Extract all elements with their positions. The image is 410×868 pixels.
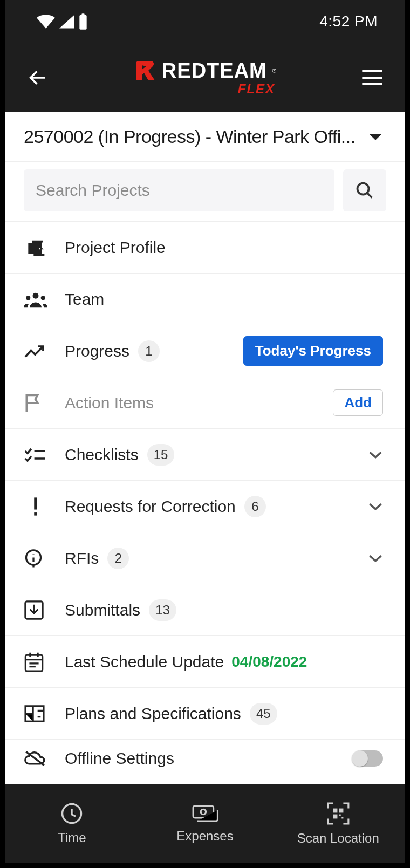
action-items-label: Action Items <box>65 394 154 412</box>
submittals-label: Submittals <box>65 601 140 619</box>
qr-scan-icon <box>326 802 350 825</box>
row-progress[interactable]: Progress 1 Today's Progress <box>5 325 405 377</box>
project-title: 2570002 (In Progress) - Winter Park Offi… <box>24 126 356 147</box>
flag-icon <box>24 393 42 413</box>
download-tray-icon <box>24 600 44 620</box>
row-checklists[interactable]: Checklists 15 <box>5 429 405 481</box>
search-input[interactable] <box>24 169 334 211</box>
svg-rect-15 <box>333 808 337 812</box>
row-requests-for-correction[interactable]: Requests for Correction 6 <box>5 481 405 532</box>
svg-point-2 <box>358 183 369 195</box>
battery-icon <box>79 13 87 30</box>
app-bar: REDTEAM® FLEX <box>5 43 405 112</box>
svg-point-5 <box>41 296 45 300</box>
logo-tm: ® <box>272 68 276 74</box>
back-button[interactable] <box>25 65 51 91</box>
status-bar: 4:52 PM <box>5 0 405 43</box>
submittals-badge: 13 <box>149 599 176 621</box>
project-profile-label: Project Profile <box>65 238 166 257</box>
plans-badge: 45 <box>250 703 277 725</box>
priority-icon <box>33 497 38 516</box>
svg-rect-18 <box>339 814 340 816</box>
nav-scan-location[interactable]: Scan Location <box>271 802 405 846</box>
menu-button[interactable] <box>359 65 385 91</box>
svg-rect-0 <box>79 15 86 30</box>
hamburger-icon <box>361 69 383 86</box>
chevron-down-icon <box>368 450 383 460</box>
row-rfis[interactable]: RFIs 2 <box>5 532 405 584</box>
app-logo: REDTEAM® FLEX <box>62 59 348 97</box>
svg-point-3 <box>33 292 39 298</box>
bottom-nav: Time Expenses Scan Location <box>5 784 405 863</box>
svg-rect-17 <box>333 814 337 818</box>
schedule-date: 04/08/2022 <box>231 653 307 671</box>
row-plans-and-specifications[interactable]: Plans and Specifications 45 <box>5 688 405 740</box>
blueprint-icon <box>24 705 45 723</box>
calendar-icon <box>24 651 44 673</box>
row-last-schedule-update[interactable]: Last Schedule Update 04/08/2022 <box>5 636 405 688</box>
logo-sub-text: FLEX <box>238 81 275 97</box>
row-team[interactable]: Team <box>5 274 405 325</box>
search-row <box>5 162 405 222</box>
nav-time[interactable]: Time <box>5 802 139 845</box>
logo-brand-text: REDTEAM <box>162 59 267 83</box>
arrow-left-icon <box>27 67 49 88</box>
add-action-item-button[interactable]: Add <box>333 389 383 416</box>
plans-label: Plans and Specifications <box>65 705 241 723</box>
svg-rect-6 <box>34 497 37 509</box>
row-offline-settings[interactable]: Offline Settings <box>5 740 405 777</box>
info-icon <box>24 549 43 568</box>
nav-time-label: Time <box>58 830 86 845</box>
dropdown-icon <box>368 132 383 142</box>
svg-rect-19 <box>341 817 343 818</box>
trending-up-icon <box>24 344 46 359</box>
rfc-badge: 6 <box>244 496 266 517</box>
todays-progress-button[interactable]: Today's Progress <box>243 336 383 366</box>
nav-scan-label: Scan Location <box>297 831 379 846</box>
checklists-badge: 15 <box>147 444 175 466</box>
chevron-down-icon <box>368 553 383 563</box>
status-icons <box>37 13 87 30</box>
schedule-label: Last Schedule Update <box>65 653 224 671</box>
checklist-icon <box>24 447 46 463</box>
svg-rect-16 <box>339 808 343 812</box>
offline-label: Offline Settings <box>65 749 174 768</box>
status-time: 4:52 PM <box>319 13 378 30</box>
rfis-label: RFIs <box>65 549 99 568</box>
offline-toggle[interactable] <box>353 750 383 767</box>
clock-icon <box>60 802 83 825</box>
chevron-down-icon <box>368 502 383 511</box>
team-icon <box>24 291 47 308</box>
team-label: Team <box>65 290 104 309</box>
rfis-badge: 2 <box>107 548 129 569</box>
crane-icon <box>24 237 45 258</box>
svg-point-4 <box>26 296 30 300</box>
svg-rect-1 <box>81 13 84 15</box>
search-icon <box>355 181 374 200</box>
nav-expenses-label: Expenses <box>176 829 233 844</box>
row-submittals[interactable]: Submittals 13 <box>5 584 405 636</box>
nav-expenses[interactable]: Expenses <box>139 804 272 844</box>
rfc-label: Requests for Correction <box>65 497 236 516</box>
money-icon <box>192 804 218 823</box>
svg-point-14 <box>201 809 206 814</box>
cellular-icon <box>59 15 74 29</box>
row-project-profile[interactable]: Project Profile <box>5 222 405 274</box>
logo-r-icon <box>134 59 156 83</box>
checklists-label: Checklists <box>65 446 139 464</box>
cloud-off-icon <box>24 750 46 767</box>
progress-label: Progress <box>65 342 129 360</box>
menu-list: Project Profile Team Progress 1 Today's … <box>5 222 405 784</box>
project-selector[interactable]: 2570002 (In Progress) - Winter Park Offi… <box>5 112 405 162</box>
row-action-items[interactable]: Action Items Add <box>5 377 405 429</box>
svg-rect-7 <box>34 512 37 516</box>
wifi-icon <box>37 15 55 29</box>
progress-badge: 1 <box>138 340 160 362</box>
search-button[interactable] <box>343 169 386 211</box>
